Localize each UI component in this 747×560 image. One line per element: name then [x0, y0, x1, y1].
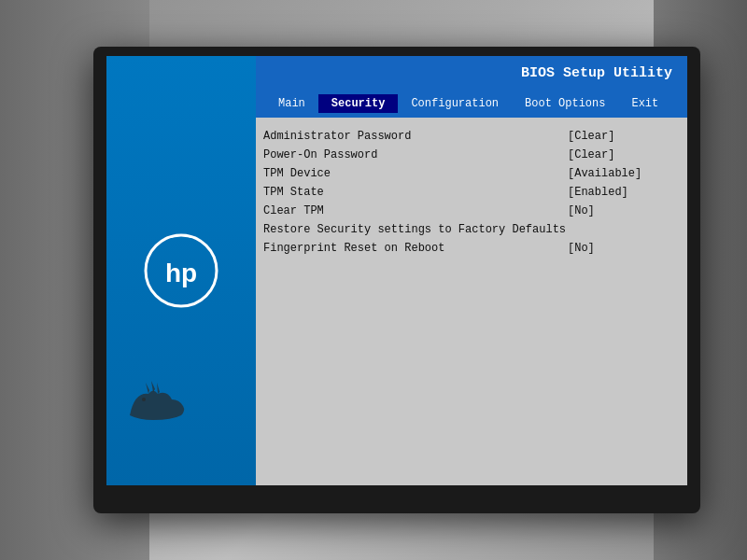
hp-logo-area: hp	[106, 56, 256, 485]
hp-logo-icon: hp	[144, 233, 218, 308]
value-fingerprint-reset[interactable]: [No]	[568, 239, 680, 258]
value-poweron-password[interactable]: [Clear]	[568, 146, 680, 164]
value-tpm-device[interactable]: [Available]	[568, 164, 680, 183]
nav-bar: Main Security Configuration Boot Options…	[256, 90, 687, 118]
bios-content: Administrator Password Power-On Password…	[256, 118, 687, 258]
nav-security[interactable]: Security	[318, 94, 399, 113]
nav-main[interactable]: Main	[265, 94, 318, 113]
svg-point-0	[142, 398, 146, 401]
value-tpm-state[interactable]: [Enabled]	[568, 183, 680, 202]
monitor-screen: hp BIOS Setup Utility Main Security Conf…	[106, 56, 687, 485]
dinosaur-silhouette	[125, 373, 190, 429]
bios-title: BIOS Setup Utility	[521, 65, 672, 81]
bios-labels: Administrator Password Power-On Password…	[263, 127, 568, 258]
nav-exit[interactable]: Exit	[618, 94, 671, 113]
label-fingerprint-reset: Fingerprint Reset on Reboot	[263, 239, 568, 258]
svg-text:hp: hp	[165, 259, 197, 287]
nav-boot-options[interactable]: Boot Options	[512, 94, 618, 113]
nav-configuration[interactable]: Configuration	[398, 94, 512, 113]
label-tpm-state: TPM State	[263, 183, 568, 202]
label-clear-tpm: Clear TPM	[263, 202, 568, 220]
label-admin-password: Administrator Password	[263, 127, 568, 146]
monitor-bezel: hp BIOS Setup Utility Main Security Conf…	[93, 47, 700, 513]
value-restore-security-empty	[568, 220, 680, 239]
label-restore-security: Restore Security settings to Factory Def…	[263, 220, 568, 239]
label-tpm-device: TPM Device	[263, 164, 568, 183]
bios-area: BIOS Setup Utility Main Security Configu…	[256, 56, 687, 485]
label-poweron-password: Power-On Password	[263, 146, 568, 164]
bios-values: [Clear] [Clear] [Available] [Enabled] [N…	[568, 127, 680, 258]
bios-title-bar: BIOS Setup Utility	[256, 56, 687, 90]
value-admin-password[interactable]: [Clear]	[568, 127, 680, 146]
value-clear-tpm[interactable]: [No]	[568, 202, 680, 220]
